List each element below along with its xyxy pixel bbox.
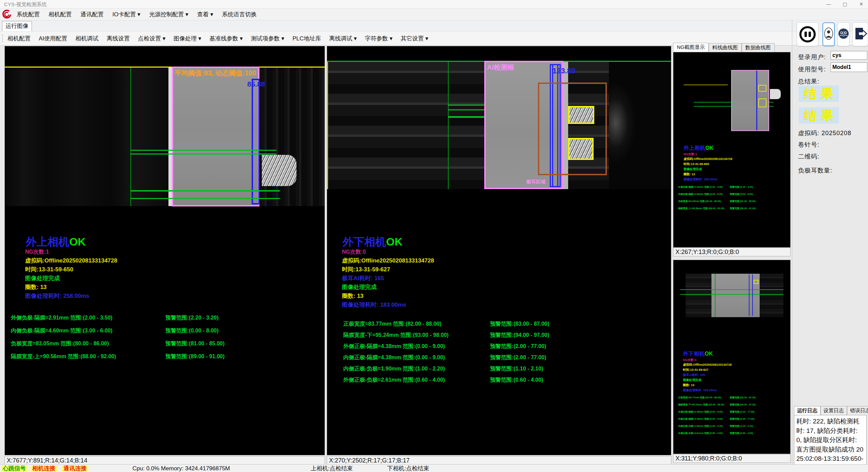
close-button[interactable]: ✕ [854,0,868,8]
mini-tab-image [770,89,781,99]
result-badge: 结果 [799,107,839,124]
ng-count-label: NG次数:1 [25,249,49,256]
mini-measurement-row: 外侧正极-负极=2.61mm 范围:(0.60 - 4.00)预警范围:(0.6… [678,432,753,435]
measurement-row: 外侧正极-负极=2.61mm 范围:(0.60 - 4.00) 预警范围:(0.… [343,377,445,384]
tab-run-image[interactable]: 运行图像 [2,21,32,31]
mini-virtual-code: 虚拟码:Offline20250208133134728 [683,363,732,367]
user-icon [824,27,833,41]
login-user-input[interactable] [831,51,867,60]
tab-ng-view[interactable]: NG截图显示 [673,43,709,52]
toolbar-item-test-item-params[interactable]: 测试项参数 ▾ [247,35,288,42]
toolbar-item-camera-debug[interactable]: 相机调试 [71,35,103,42]
process-done-label: 图像处理完成 [25,274,60,282]
camera-view-upper[interactable]: 平均阈值:93, 动态阈值:100 85.88 外上相机OK NG次数:1 虚拟… [4,46,325,455]
ai-time-label: 极耳AI耗时: 165 [342,274,384,282]
measurement-row: 外侧正极-隔膜=4.38mm 范围:(0.00 - 9.00) 预警范围:(2.… [343,343,445,350]
exit-button[interactable] [852,22,868,46]
mini-ng-count: NG次数:1 [684,152,697,157]
tab-material-curve[interactable]: 料线曲线图 [709,43,742,52]
menu-item-system-config[interactable]: 系统配置 [12,11,44,18]
toolbar-item-ai-use-config[interactable]: AI使用配置 [35,35,71,42]
ai-box-label: AI检测框 [487,63,514,72]
ng-preview-upper[interactable]: 外上相机OK NG次数:1 虚拟码:Offline202502081331347… [673,52,791,248]
model-label: 使用型号: [798,65,826,73]
title-bar: CYS-视觉检测系统 — ▢ ✕ [0,0,868,8]
tab-run-log[interactable]: 运行日志 [794,406,820,415]
measurement-row: 内侧正极-隔膜=4.38mm 范围:(0.00 - 9.00) 预警范围:(2.… [343,354,445,361]
ng-count-label: NG次数:0 [342,249,366,256]
tab-error-log[interactable]: 错误日志 [847,406,868,415]
mini-camera-title: 外下相机OK [683,350,713,358]
virtual-code-label: 虚拟码:Offline20250208133134728 [25,257,117,265]
toolbar-item-offline-debug[interactable]: 离线调试 ▾ [325,35,361,42]
mini-time: 时间:13-31-59-650 [684,162,709,166]
mini-measurement-row: 隔膜宽度-下=95.24mm 范围:(93.00 - 98.00)预警范围:(9… [678,403,756,406]
measurement-row: 内侧正极-负极=1.90mm 范围:(1.00 - 2.20) 预警范围:(1.… [343,365,445,373]
mini-camera-title: 外上相机OK [684,145,713,152]
toolbar-item-baseline-params[interactable]: 基准线参数 ▾ [205,35,247,42]
mini-process-time: 图像处理耗时: 183.00ms [683,388,717,393]
toolbar-item-offline-settings[interactable]: 离线设置 [103,35,134,42]
user-button[interactable] [822,22,835,46]
model-input[interactable] [831,62,867,72]
exit-icon [853,26,867,42]
mini-measurement-row: 隔膜宽度-上=90.56mm 范围:(88.00 - 92.00)预警范围:(8… [678,207,756,210]
total-result-label: 总结果: [798,77,819,86]
menu-item-camera-config[interactable]: 相机配置 [44,11,76,18]
app-title: CYS-视觉检测系统 [4,1,47,8]
toolbar-item-char-params[interactable]: 字符参数 ▾ [361,35,396,42]
guide-line-green-vertical [448,62,449,189]
measure-line-green [448,109,489,110]
toolbar-item-image-processing[interactable]: 图像处理 ▾ [169,35,205,42]
mini-green-vline [715,274,716,317]
toolbar-item-plc-address-lib[interactable]: PLC地址库 [288,35,325,42]
measure-line-green [130,198,280,199]
mini-blue-line [756,71,757,130]
tab-data-curve[interactable]: 数据曲线图 [742,43,775,52]
menu-item-view[interactable]: 查看 ▾ [193,11,217,18]
camera-status-title: 外下相机OK [343,235,402,250]
pause-icon [799,26,816,42]
mini-measure-line [680,289,783,290]
measure-box-blue [252,79,260,204]
camera-title: 外上相机 [26,236,69,248]
measurement-row: 内侧负极-隔膜=4.60mm 范围:(3.00 - 6.00) 预警范围:(0.… [11,327,112,334]
users-button[interactable] [837,22,850,46]
mini-yellow-box [758,98,766,107]
app-logo-icon [1,9,12,21]
ng-preview-lower[interactable]: 外下相机OK NG次数:0 虚拟码:Offline202502081331347… [673,260,791,454]
tab-settings-log[interactable]: 设置日志 [820,406,847,415]
measurement-row: 隔膜宽度-下=95.24mm 范围:(93.00 - 98.00) 预警范围:(… [343,332,449,339]
measurement-row: 隔膜宽度-上=90.56mm 范围:(88.00 - 92.00) 预警范围:(… [11,353,116,360]
toolbar-item-other-settings[interactable]: 其它设置 ▾ [397,35,432,42]
time-label: 时间:13-31-59-627 [342,266,390,273]
minimize-button[interactable]: — [822,0,835,8]
camera-result-ok: OK [69,236,86,248]
mini-guide-yellow [684,85,728,85]
heartbeat-badge: 心跳信号 [1,465,28,472]
log-output[interactable]: 耗时: 222, 缺陷检测耗时: 17, 缺陷分类耗时: 0, 缺陷提取分区耗时… [794,415,867,470]
toolbar-item-spot-check-settings[interactable]: 点检设置 ▾ [134,35,169,42]
menu-bar: 系统配置 相机配置 通讯配置 IO卡配置 ▾ 光源控制配置 ▾ 查看 ▾ 系统语… [0,8,868,20]
blue-measure-value: 85.88 [247,80,265,88]
menu-item-io-card-config[interactable]: IO卡配置 ▾ [108,11,145,18]
mini-measurement-row: 外侧正极-隔膜=4.38mm 范围:(0.00 - 9.00)预警范围:(2.0… [678,410,754,414]
login-user-label: 登录用户: [798,53,826,61]
maximize-button[interactable]: ▢ [838,0,852,8]
mini-measurement-row: 正极宽度=83.77mm 范围:(82.00 - 88.00)预警范围:(83.… [678,396,756,399]
pause-button[interactable] [797,22,818,46]
neg-tab-count-label: 负极耳数量: [798,166,832,175]
menu-item-comm-config[interactable]: 通讯配置 [76,11,108,18]
coordinate-readout-preview-lower: X:311;Y:980;R:0;G:0;B:0 [673,454,791,463]
divider [792,20,792,472]
mini-process-time: 图像处理耗时: 258.00ms [684,177,718,182]
status-bar: 心跳信号 相机连接 通讯连接 Cpu: 0.0% Memory: 3424.41… [0,464,868,472]
view-tab-row: 运行图像 [0,20,868,31]
toolbar-item-camera-config[interactable]: 相机配置 [3,35,35,42]
menu-item-language-switch[interactable]: 系统语言切换 [218,11,261,18]
virtual-code-label: 虚拟码:Offline20250208133134728 [342,257,434,265]
camera-status-title: 外上相机OK [26,235,86,250]
menu-item-light-control-config[interactable]: 光源控制配置 ▾ [145,11,193,18]
camera-view-lower[interactable]: AI检测框 极耳区域 123.80 外下相机OK NG次数:0 虚拟码:Offl… [327,46,671,455]
mini-measurement-row: 内侧正极-负极=1.90mm 范围:(1.00 - 2.20)预警范围:(1.1… [678,424,753,428]
